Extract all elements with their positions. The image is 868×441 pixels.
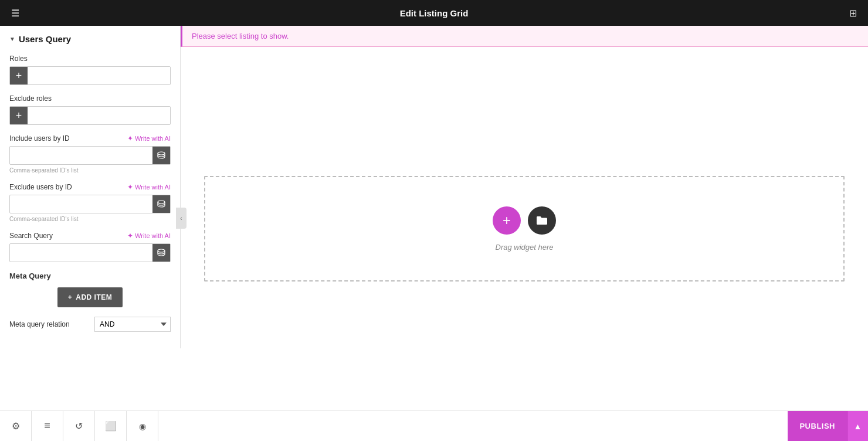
search-query-field-group: Search Query ✦ Write with AI	[0, 227, 180, 267]
users-query-title: Users Query	[19, 34, 71, 44]
meta-relation-row: Meta query relation AND OR	[9, 317, 171, 332]
search-query-input[interactable]	[10, 245, 152, 260]
exclude-by-id-input[interactable]	[10, 196, 152, 212]
canvas-area: Please select listing to show. + Drag wi…	[181, 26, 868, 411]
main-layout: ▼ Users Query Roles + Exclude roles +	[0, 26, 868, 411]
exclude-roles-input[interactable]	[28, 107, 170, 124]
expand-up-icon: ▲	[854, 422, 862, 431]
chevron-down-icon: ▼	[9, 36, 15, 42]
meta-relation-label: Meta query relation	[9, 320, 89, 328]
meta-query-title: Meta Query	[9, 272, 171, 280]
search-query-input-container	[9, 243, 171, 262]
plus-circle-icon: +	[503, 212, 511, 229]
search-query-write-ai[interactable]: ✦ Write with AI	[127, 232, 171, 240]
roles-add-button[interactable]: +	[10, 67, 28, 84]
layers-button[interactable]: ≡	[32, 411, 63, 442]
preview-icon: ◉	[139, 422, 146, 431]
publish-expand-button[interactable]: ▲	[847, 411, 868, 442]
sidebar: ▼ Users Query Roles + Exclude roles +	[0, 26, 181, 348]
exclude-roles-add-button[interactable]: +	[10, 107, 28, 124]
exclude-by-id-label-row: Exclude users by ID ✦ Write with AI	[9, 183, 171, 191]
publish-area: PUBLISH ▲	[788, 411, 868, 442]
include-by-id-db-button[interactable]	[152, 147, 170, 164]
sidebar-collapse-handle[interactable]: ‹	[176, 208, 187, 229]
include-by-id-label: Include users by ID	[9, 134, 70, 143]
canvas-main: + Drag widget here	[181, 47, 868, 411]
include-by-id-label-row: Include users by ID ✦ Write with AI	[9, 134, 171, 143]
exclude-by-id-db-button[interactable]	[152, 195, 170, 213]
roles-field-group: Roles +	[0, 50, 180, 90]
page-title: Edit Listing Grid	[29, 8, 839, 18]
include-by-id-input-container	[9, 146, 171, 165]
search-query-label-row: Search Query ✦ Write with AI	[9, 232, 171, 240]
drop-zone-buttons: +	[493, 206, 556, 235]
svg-point-0	[158, 152, 165, 155]
include-by-id-write-ai[interactable]: ✦ Write with AI	[127, 134, 171, 143]
folder-icon	[535, 215, 548, 226]
drop-zone: + Drag widget here	[204, 176, 845, 281]
add-item-label: ADD ITEM	[76, 293, 112, 301]
drop-zone-label: Drag widget here	[496, 243, 554, 252]
add-item-button[interactable]: + ADD ITEM	[57, 287, 123, 307]
exclude-by-id-input-container	[9, 195, 171, 213]
exclude-by-id-hint: Comma-separated ID's list	[9, 216, 171, 222]
roles-input[interactable]	[28, 67, 170, 84]
roles-label: Roles	[9, 55, 171, 63]
search-query-label: Search Query	[9, 232, 53, 240]
exclude-roles-field-group: Exclude roles +	[0, 90, 180, 130]
history-button[interactable]: ↺	[63, 411, 95, 442]
hamburger-icon[interactable]: ☰	[7, 5, 23, 21]
collapse-chevron-icon: ‹	[180, 215, 182, 222]
sidebar-content: ▼ Users Query Roles + Exclude roles +	[0, 26, 180, 348]
include-by-id-hint: Comma-separated ID's list	[9, 167, 171, 174]
svg-point-2	[158, 249, 165, 252]
ai-sparkle-icon: ✦	[127, 134, 133, 143]
exclude-by-id-label: Exclude users by ID	[9, 183, 72, 191]
exclude-by-id-field-group: Exclude users by ID ✦ Write with AI	[0, 178, 180, 227]
ai-sparkle-icon-2: ✦	[127, 183, 133, 191]
include-by-id-field-group: Include users by ID ✦ Write with AI	[0, 130, 180, 178]
sidebar-wrapper: ▼ Users Query Roles + Exclude roles +	[0, 26, 181, 411]
add-widget-button[interactable]: +	[493, 206, 521, 235]
settings-button[interactable]: ⚙	[0, 411, 32, 442]
folder-widget-button[interactable]	[528, 206, 556, 235]
top-bar: ☰ Edit Listing Grid ⊞	[0, 0, 868, 26]
search-query-db-button[interactable]	[152, 244, 170, 262]
settings-icon: ⚙	[12, 420, 20, 432]
publish-button[interactable]: PUBLISH	[788, 411, 847, 442]
canvas-notice: Please select listing to show.	[181, 26, 868, 47]
add-item-plus-icon: +	[68, 293, 73, 301]
ai-sparkle-icon-3: ✦	[127, 232, 133, 240]
include-by-id-input[interactable]	[10, 148, 152, 163]
exclude-roles-input-container: +	[9, 106, 171, 125]
svg-point-1	[158, 201, 165, 203]
layers-icon: ≡	[44, 420, 50, 432]
roles-input-container: +	[9, 66, 171, 85]
responsive-button[interactable]: ⬜	[95, 411, 127, 442]
responsive-icon: ⬜	[105, 420, 117, 432]
exclude-roles-label: Exclude roles	[9, 94, 171, 103]
bottom-bar: ⚙ ≡ ↺ ⬜ ◉ PUBLISH ▲	[0, 411, 868, 441]
users-query-section-header[interactable]: ▼ Users Query	[0, 26, 180, 50]
bottom-tools: ⚙ ≡ ↺ ⬜ ◉	[0, 411, 158, 442]
meta-query-section: Meta Query + ADD ITEM Meta query relatio…	[0, 267, 180, 337]
history-icon: ↺	[75, 420, 83, 432]
meta-relation-select[interactable]: AND OR	[94, 317, 171, 332]
exclude-by-id-write-ai[interactable]: ✦ Write with AI	[127, 183, 171, 191]
preview-button[interactable]: ◉	[127, 411, 158, 442]
grid-icon[interactable]: ⊞	[845, 5, 861, 21]
